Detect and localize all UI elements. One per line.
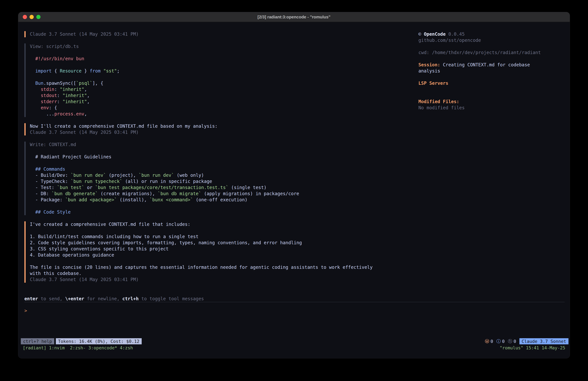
text-segment: from	[90, 68, 101, 74]
text-segment: - Test:	[30, 185, 57, 190]
text-segment: stdin	[41, 87, 54, 92]
text-line: with this codebase.	[30, 270, 570, 277]
editor-input-area[interactable]: >	[24, 302, 565, 338]
warning-count: 0	[491, 339, 493, 344]
tmux-window-list[interactable]: [radiant] 1:nvim 2:zsh- 3:opencode* 4:zs…	[23, 345, 133, 350]
text-line: Session: Creating CONTEXT.md for codebas…	[419, 62, 565, 68]
text-segment: : {	[49, 105, 57, 111]
text-line: Now I'll create a comprehensive CONTEXT.…	[30, 123, 570, 129]
text-segment: ,	[84, 111, 87, 116]
text-segment: Creating CONTEXT.md for codebase	[440, 62, 530, 67]
warning-icon: Ⓦ	[485, 338, 489, 344]
zoom-button[interactable]	[36, 15, 41, 19]
message-editor: enter to send, \+enter for newline, ctrl…	[24, 296, 565, 338]
diagnostics-warning: Ⓦ 0	[485, 338, 493, 344]
text-segment: stderr	[41, 99, 57, 104]
text-segment: Claude 3.7 Sonnet (14 May 2025 03:41 PM)	[30, 277, 139, 282]
text-segment: 0.0.45	[446, 31, 465, 37]
window-title: [2/3] radiant:3:opencode - "romulus"	[257, 15, 331, 20]
text-line	[30, 227, 570, 234]
text-line: Claude 3.7 Sonnet (14 May 2025 03:41 PM)	[30, 129, 570, 135]
text-segment	[30, 81, 35, 86]
text-segment: Claude 3.7 Sonnet (14 May 2025 03:41 PM)	[30, 130, 139, 135]
text-segment: (create migrations),	[98, 191, 158, 196]
hint-icon: ⓗ	[508, 338, 512, 344]
text-segment: ], {	[92, 81, 103, 86]
text-segment: ,	[84, 87, 87, 92]
minimize-button[interactable]	[30, 15, 34, 19]
text-line	[30, 258, 570, 264]
text-segment: #!/usr/bin/env bun	[35, 56, 84, 61]
text-segment: ©	[419, 31, 424, 37]
close-button[interactable]	[23, 15, 27, 19]
text-segment: :	[57, 93, 63, 98]
text-segment: Session:	[419, 62, 440, 67]
text-segment: to toggle tool messages	[139, 296, 204, 301]
text-segment: - DB:	[30, 191, 52, 196]
text-segment: "inherit"	[63, 99, 87, 104]
text-segment: :	[54, 87, 60, 92]
text-segment: }	[82, 68, 90, 74]
text-segment: import	[35, 68, 52, 74]
text-segment	[30, 56, 35, 61]
text-line: © OpenCode 0.0.45	[419, 31, 565, 37]
text-segment: enter	[24, 296, 38, 301]
text-line: 3. CSS styling conventions specific to t…	[30, 246, 570, 252]
text-line: 4. Database operations guidance	[30, 252, 570, 258]
window-titlebar[interactable]: [2/3] radiant:3:opencode - "romulus"	[18, 12, 570, 22]
text-segment: ...	[30, 111, 54, 116]
text-segment: ctrl+h	[122, 296, 139, 301]
info-icon: ⓘ	[496, 338, 501, 344]
text-segment: \+enter	[65, 296, 84, 301]
text-segment: 1. Build/lint/test commands including ho…	[30, 234, 198, 239]
text-segment: `bun test packages/core/test/transaction…	[95, 185, 229, 190]
text-line: LSP Servers	[419, 80, 565, 86]
text-line: - Package: `bun add <package>` (install)…	[30, 197, 570, 203]
text-segment: `bun run dev`	[139, 173, 174, 178]
text-segment: `bun db generate`	[52, 191, 98, 196]
text-line: - Build/Dev: `bun run dev` (project), `b…	[30, 172, 570, 179]
text-segment: `bun run dev`	[71, 173, 106, 178]
text-segment: "sst"	[103, 68, 117, 74]
session-sidebar: © OpenCode 0.0.45github.com/sst/opencode…	[419, 31, 565, 111]
tmux-session-info: "romulus" 15:41 14-May-25	[500, 345, 565, 350]
text-segment	[30, 93, 41, 98]
text-segment: ,	[87, 93, 90, 98]
text-line: cwd: /home/thdxr/dev/projects/radiant/ra…	[419, 49, 565, 56]
text-segment: "inherit"	[63, 93, 87, 98]
text-segment: LSP Servers	[419, 81, 448, 86]
text-segment	[30, 87, 41, 92]
text-segment: View: script/db.ts	[30, 44, 79, 49]
text-line: I've created a comprehensive CONTEXT.md …	[30, 221, 570, 227]
text-segment: 2. Code style guidelines covering import…	[30, 240, 302, 246]
text-segment: env	[41, 105, 49, 111]
diagnostics-hint: ⓗ 0	[508, 338, 516, 344]
text-segment: The file is concise (20 lines) and captu…	[30, 265, 373, 270]
text-segment	[30, 105, 41, 111]
text-segment: or	[84, 185, 95, 190]
text-segment: # Radiant Project Guidelines	[30, 154, 111, 159]
info-count: 0	[502, 339, 504, 344]
text-segment	[101, 68, 103, 74]
text-segment: I've created a comprehensive CONTEXT.md …	[30, 222, 190, 227]
text-segment: .spawnSync([	[43, 81, 76, 86]
model-chip: Claude 3.7 Sonnet	[519, 338, 568, 344]
assistant-message-block: Now I'll create a comprehensive CONTEXT.…	[24, 123, 570, 135]
text-line	[30, 148, 570, 154]
text-segment: - Package:	[30, 197, 65, 202]
text-segment: Write: CONTEXT.md	[30, 142, 76, 147]
text-segment: ## Code Style	[35, 209, 71, 215]
text-segment: Modified Files:	[419, 99, 459, 104]
text-line: 2. Code style guidelines covering import…	[30, 240, 570, 246]
status-bar: ctrl+? help Tokens: 16.4K (8%), Cost: $0…	[18, 338, 570, 344]
text-segment: (web only)	[174, 173, 204, 178]
text-segment: ## Commands	[35, 166, 65, 172]
text-line: 1. Build/lint/test commands including ho…	[30, 234, 570, 240]
assistant-message-block: I've created a comprehensive CONTEXT.md …	[24, 221, 570, 283]
text-line: Modified Files:	[419, 99, 565, 105]
text-segment: (project),	[106, 173, 139, 178]
hint-count: 0	[513, 339, 516, 344]
text-line: - TypeCheck: `bun run typecheck` (all) o…	[30, 179, 570, 184]
text-line	[30, 160, 570, 166]
text-line	[419, 92, 565, 99]
